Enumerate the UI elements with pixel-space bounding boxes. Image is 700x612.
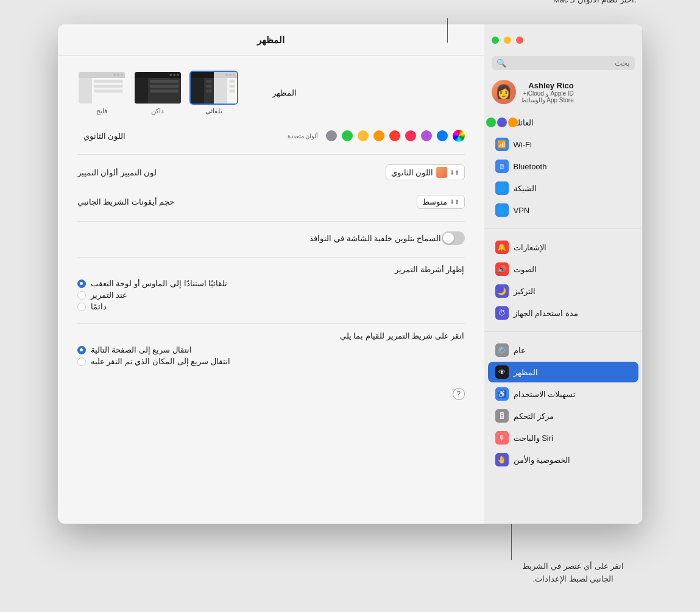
app-window: 🔍 Ashley Rico Apple ID و iCloud+ App Sto… [58, 24, 643, 524]
help-button[interactable]: ? [453, 388, 465, 400]
sidebar-item-sound[interactable]: الصوت 🔊 [488, 259, 638, 280]
sidebar-item-screentime[interactable]: مدة استخدام الجهاز ⏱ [488, 303, 638, 323]
radio-button[interactable] [77, 291, 86, 300]
sidebar-item-label: VPN [514, 206, 530, 215]
radio-label: انتقال سريع إلى المكان الذي تم النقر علي… [91, 357, 230, 366]
radio-button[interactable] [77, 357, 86, 366]
close-button[interactable] [516, 37, 523, 44]
privacy-icon: 🤚 [495, 453, 509, 466]
sidebar-item-label: عام [514, 346, 526, 355]
maximize-button[interactable] [492, 37, 499, 44]
accent-color-row: ألوان متعددة اللون الثانوي [77, 127, 465, 144]
swatch-yellow[interactable] [358, 130, 369, 141]
wallpaper-toggle[interactable] [442, 231, 465, 245]
focus-icon: 🌙 [495, 284, 509, 298]
swatch-pink[interactable] [405, 130, 416, 141]
sidebar-item-label: الصوت [514, 265, 537, 274]
highlight-label: لون التمييز ألوان التمييز [77, 168, 157, 177]
top-annotation: .اختر نظام الألوان لـ Mac [553, 0, 637, 4]
main-content: المظهر المظهر [58, 24, 484, 524]
sidebar-item-label: الإشعارات [514, 243, 546, 252]
sidebar-icon-size-row: ⬆⬇ متوسط حجم أيقونات الشريط الجانبي [77, 192, 465, 211]
highlight-value: اللون الثانوي [391, 168, 434, 177]
auto-thumbnail[interactable] [189, 71, 238, 105]
family-icon [495, 116, 509, 129]
radio-button[interactable] [77, 280, 86, 288]
icon-size-select[interactable]: ⬆⬇ متوسط [417, 195, 465, 209]
appearance-auto[interactable]: تلقائي [189, 71, 238, 115]
user-info: Ashley Rico Apple ID و iCloud+ App Store… [521, 81, 574, 104]
sidebar-item-control[interactable]: مركز التحكم 🎛 [488, 406, 638, 426]
wallpaper-label: السماح بتلوين خلفية الشاشة في النوافذ [77, 234, 442, 243]
swatch-purple[interactable] [421, 130, 432, 141]
sidebar-item-notifications[interactable]: الإشعارات 🔔 [488, 237, 638, 258]
sidebar-item-label: Wi-Fi [514, 140, 532, 149]
divider-3 [77, 257, 465, 258]
toggle-knob [443, 233, 454, 244]
sidebar-item-siri[interactable]: Siri والباحث 🎙 [488, 427, 638, 448]
sidebar-item-appearance[interactable]: المظهر 👁 [488, 362, 638, 382]
user-profile[interactable]: Ashley Rico Apple ID و iCloud+ App Store… [484, 75, 642, 109]
appearance-light[interactable]: فاتح [77, 71, 126, 115]
sidebar-item-family[interactable]: العائلة [488, 112, 638, 133]
color-preview [436, 167, 447, 178]
radio-label: تلقائيًا استنادًا إلى الماوس أو لوحة الت… [91, 279, 228, 288]
accent-color-label: اللون الثانوي [77, 132, 126, 141]
radio-button[interactable] [77, 303, 86, 311]
appearance-options: تلقائي [77, 71, 238, 115]
user-sub2: App Store والوسائط [521, 97, 574, 104]
scrollbar-section: إظهار أشرطة التمرير تلقائيًا استنادًا إل… [77, 265, 465, 311]
sidebar-item-bluetooth[interactable]: Bluetooth 𝔹 [488, 156, 638, 177]
swatch-red[interactable] [389, 130, 400, 141]
radio-button[interactable] [77, 346, 86, 354]
avatar: 👩 [492, 80, 516, 104]
sidebar-item-network[interactable]: الشبكة 🌐 [488, 178, 638, 199]
appearance-section: المظهر [77, 71, 465, 115]
radio-next-page[interactable]: انتقال سريع إلى الصفحة التالية [77, 345, 465, 354]
dark-thumbnail[interactable] [133, 71, 182, 105]
divider-1 [77, 154, 465, 155]
swatch-orange[interactable] [373, 130, 384, 141]
highlight-color-row: ⬆⬇ اللون الثانوي لون التمييز ألوان التمي… [77, 162, 465, 183]
appearance-dark[interactable]: داكن [133, 71, 182, 115]
radio-label: انتقال سريع إلى الصفحة التالية [91, 345, 192, 354]
highlight-select[interactable]: ⬆⬇ اللون الثانوي [386, 164, 465, 180]
radio-click-location[interactable]: انتقال سريع إلى المكان الذي تم النقر علي… [77, 357, 465, 366]
sidebar-item-accessibility[interactable]: تسهيلات الاستخدام ♿ [488, 384, 638, 404]
swatch-green[interactable] [342, 130, 353, 141]
search-bar[interactable]: 🔍 [492, 56, 635, 70]
divider-2 [77, 221, 465, 222]
user-sub1: Apple ID و iCloud+ [521, 90, 574, 97]
multicolor-label: ألوان متعددة [288, 133, 319, 139]
screentime-icon: ⏱ [495, 306, 509, 320]
sidebar-item-vpn[interactable]: VPN 🌐 [488, 200, 638, 220]
notifications-icon: 🔔 [495, 241, 509, 254]
sidebar-item-label: مدة استخدام الجهاز [514, 309, 578, 318]
sidebar-item-general[interactable]: عام ⚙️ [488, 340, 638, 361]
siri-icon: 🎙 [495, 431, 509, 445]
sidebar-item-label: Siri والباحث [514, 434, 553, 443]
accessibility-icon: ♿ [495, 387, 509, 401]
main-titlebar: المظهر [58, 24, 484, 56]
sidebar-item-privacy[interactable]: الخصوصية والأمن 🤚 [488, 449, 638, 470]
sidebar-item-label: مركز التحكم [514, 412, 554, 421]
radio-scrolling[interactable]: عند التمرير [77, 290, 465, 300]
minimize-button[interactable] [504, 37, 511, 44]
swatch-graphite[interactable] [326, 130, 337, 141]
swatch-multicolor[interactable] [453, 130, 465, 142]
general-icon: ⚙️ [495, 343, 509, 357]
radio-auto[interactable]: تلقائيًا استنادًا إلى الماوس أو لوحة الت… [77, 279, 465, 288]
sidebar-item-focus[interactable]: التركيز 🌙 [488, 281, 638, 301]
content-area: المظهر [58, 56, 484, 524]
swatch-blue[interactable] [437, 130, 448, 141]
radio-always[interactable]: دائمًا [77, 302, 465, 311]
sidebar-item-label: المظهر [514, 368, 538, 377]
sound-icon: 🔊 [495, 262, 509, 276]
sidebar-item-wifi[interactable]: Wi-Fi 📶 [488, 134, 638, 155]
chevron-icon: ⬆⬇ [450, 169, 459, 176]
click-scrollbar-title: انقر على شريط التمرير للقيام بما يلي [77, 331, 465, 340]
appearance-icon: 👁 [495, 365, 509, 379]
color-swatches: ألوان متعددة [288, 130, 465, 142]
light-thumbnail[interactable] [77, 71, 126, 105]
search-input[interactable] [510, 58, 630, 68]
